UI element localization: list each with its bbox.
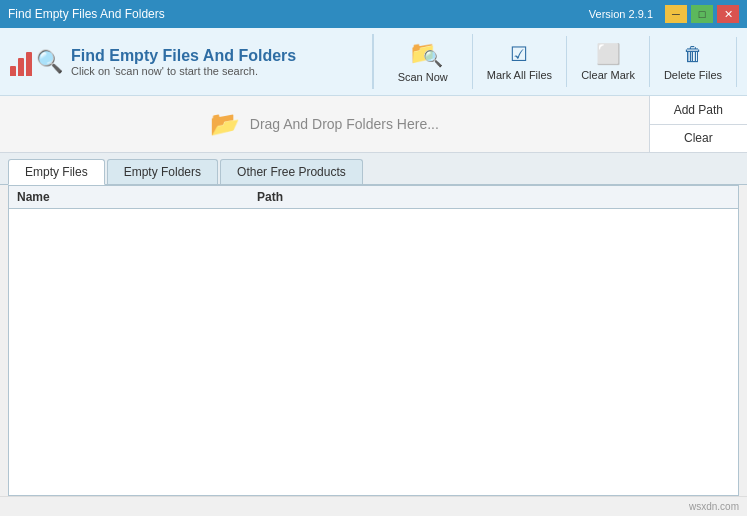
drop-icon: 📂: [210, 110, 240, 138]
tab-empty-folders-label: Empty Folders: [124, 165, 201, 179]
clear-mark-icon: ⬜: [596, 42, 621, 66]
version-label: Version 2.9.1: [589, 8, 653, 20]
logo-search-icon: 🔍: [36, 49, 63, 75]
bottom-bar: wsxdn.com: [0, 496, 747, 516]
maximize-button[interactable]: □: [691, 5, 713, 23]
mark-all-label: Mark All Files: [487, 69, 552, 81]
table-body: [9, 209, 738, 489]
delete-files-button[interactable]: 🗑 Delete Files: [650, 37, 737, 87]
main-layout: 🔍 Find Empty Files And Folders Click on …: [0, 28, 747, 516]
title-bar-controls: Version 2.9.1 ─ □ ✕: [589, 5, 739, 23]
table-header: Name Path: [9, 186, 738, 209]
drop-zone-container: 📂 Drag And Drop Folders Here... Add Path…: [0, 96, 747, 153]
app-title: Find Empty Files And Folders: [71, 47, 296, 65]
content-area: Name Path: [8, 185, 739, 496]
drop-zone-text: Drag And Drop Folders Here...: [250, 116, 439, 132]
watermark: wsxdn.com: [689, 501, 739, 512]
magnifier-icon: 🔍: [423, 49, 443, 68]
app-logo-icon: 🔍: [10, 48, 63, 76]
mark-all-icon: ☑: [510, 42, 528, 66]
logo-bar-1: [10, 66, 16, 76]
title-bar: Find Empty Files And Folders Version 2.9…: [0, 0, 747, 28]
column-path-header: Path: [257, 190, 730, 204]
clear-mark-label: Clear Mark: [581, 69, 635, 81]
window-title: Find Empty Files And Folders: [8, 7, 165, 21]
tabs-row: Empty Files Empty Folders Other Free Pro…: [0, 153, 747, 185]
tab-empty-folders[interactable]: Empty Folders: [107, 159, 218, 184]
scan-now-button[interactable]: 📁 🔍 Scan Now: [373, 34, 473, 89]
scan-now-label: Scan Now: [398, 71, 448, 83]
toolbar-buttons: 📁 🔍 Scan Now ☑ Mark All Files ⬜ Clear Ma…: [372, 34, 737, 89]
delete-icon: 🗑: [683, 43, 703, 66]
clear-path-button[interactable]: Clear: [650, 125, 747, 153]
delete-files-label: Delete Files: [664, 69, 722, 81]
tab-other-products-label: Other Free Products: [237, 165, 346, 179]
toolbar: 🔍 Find Empty Files And Folders Click on …: [0, 28, 747, 96]
app-title-section: Find Empty Files And Folders Click on 's…: [71, 47, 296, 77]
drop-zone[interactable]: 📂 Drag And Drop Folders Here...: [0, 96, 649, 152]
minimize-button[interactable]: ─: [665, 5, 687, 23]
tab-empty-files[interactable]: Empty Files: [8, 159, 105, 185]
tab-empty-files-label: Empty Files: [25, 165, 88, 179]
logo-bars: [10, 48, 32, 76]
mark-all-files-button[interactable]: ☑ Mark All Files: [473, 36, 567, 87]
logo-bar-2: [18, 58, 24, 76]
logo-bar-3: [26, 52, 32, 76]
tab-other-products[interactable]: Other Free Products: [220, 159, 363, 184]
clear-mark-button[interactable]: ⬜ Clear Mark: [567, 36, 650, 87]
app-logo-section: 🔍 Find Empty Files And Folders Click on …: [10, 47, 362, 77]
drop-zone-actions: Add Path Clear: [649, 96, 747, 152]
scan-icon-wrap: 📁 🔍: [407, 40, 439, 68]
app-subtitle: Click on 'scan now' to start the search.: [71, 65, 296, 77]
add-path-button[interactable]: Add Path: [650, 96, 747, 125]
close-button[interactable]: ✕: [717, 5, 739, 23]
column-name-header: Name: [17, 190, 257, 204]
